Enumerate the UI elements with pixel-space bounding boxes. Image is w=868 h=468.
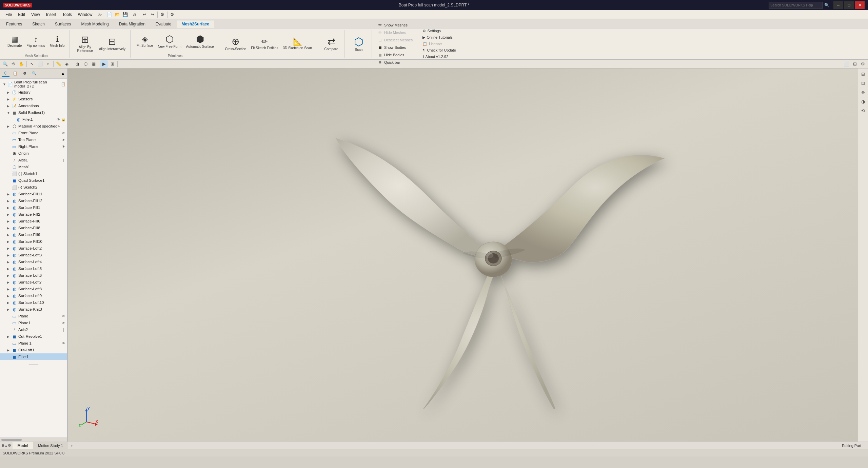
rebuild-btn[interactable]: ⚙ — [159, 11, 166, 18]
compare-button[interactable]: ⇄ Compare — [321, 36, 341, 52]
plane1-2-eye[interactable]: 👁 — [61, 341, 66, 346]
redo-btn[interactable]: ↪ — [149, 11, 156, 18]
tb-select[interactable]: ↖ — [28, 60, 36, 68]
search-icon[interactable]: 🔍 — [824, 3, 829, 7]
tb-box-select[interactable]: ⬜ — [36, 60, 44, 68]
tab-data-migration[interactable]: Data Migration — [114, 20, 150, 28]
ft-surface-fill9[interactable]: ▶ ◐ Surface-Fill9 — [0, 231, 67, 238]
tb-expand[interactable]: ⬜ — [843, 60, 850, 68]
print-btn[interactable]: 🖨 — [131, 11, 139, 18]
tab-icon-btn[interactable]: ⊕ — [1, 443, 4, 448]
tb-hidden[interactable]: ▦ — [90, 60, 97, 68]
ft-surface-loft9[interactable]: ▶ ◐ Surface-Loft9 — [0, 292, 67, 299]
ft-axis1[interactable]: / Axis1 | — [0, 157, 67, 163]
tab-features[interactable]: Features — [1, 20, 27, 28]
fillet1-eye-icon[interactable]: 👁 — [56, 117, 61, 122]
tb-shaded[interactable]: ◑ — [74, 60, 81, 68]
tb-pan[interactable]: ✋ — [18, 60, 25, 68]
quick-bar-button[interactable]: ≡ Quick bar — [376, 59, 414, 66]
ft-tab-config[interactable]: ⚙ — [21, 71, 28, 76]
online-tutorials-button[interactable]: ▶ Online Tutorials — [421, 35, 457, 40]
ft-surface-fill11[interactable]: ▶ ◐ Surface-Fill11 — [0, 191, 67, 197]
viewport[interactable]: Y X Z ⊞ ⊡ ⊕ ◑ ⟲ — [68, 69, 868, 442]
ft-material[interactable]: ▶ ⬡ Material <not specified> — [0, 123, 67, 130]
save-btn[interactable]: 💾 — [121, 11, 129, 18]
ft-surface-fill6[interactable]: ▶ ◐ Surface-Fill6 — [0, 218, 67, 225]
maximize-button[interactable]: □ — [844, 1, 854, 9]
ft-annotations[interactable]: ▶ 📝 Annotations — [0, 102, 67, 109]
ft-front-plane[interactable]: ▭ Front Plane 👁 — [0, 130, 67, 136]
tab-icon-list[interactable]: ≡ — [5, 444, 7, 448]
front-plane-eye[interactable]: 👁 — [61, 131, 66, 135]
ft-fillet1-nested[interactable]: ◐ Fillet1 👁 🔒 — [0, 116, 67, 123]
fit-surface-button[interactable]: ◈ Fit Surface — [135, 34, 155, 49]
tb-3d-view[interactable]: ⊞ — [108, 60, 116, 68]
ft-surface-loft10[interactable]: ▶ ◐ Surface-Loft10 — [0, 299, 67, 306]
ft-surface-loft5[interactable]: ▶ ◐ Surface-Loft5 — [0, 265, 67, 272]
menu-insert[interactable]: Insert — [43, 12, 59, 18]
settings-button[interactable]: ⚙ Settings — [421, 28, 457, 34]
tb-measure[interactable]: 📏 — [55, 60, 62, 68]
show-meshes-button[interactable]: 👁 Show Meshes — [376, 22, 414, 28]
tb-rotate[interactable]: ⟲ — [9, 60, 17, 68]
ft-axis2[interactable]: / Axis2 | — [0, 326, 67, 333]
new-free-form-button[interactable]: ⬡ New Free Form — [156, 33, 183, 50]
ft-cut-loft1[interactable]: ▶ ◼ Cut-Loft1 — [0, 347, 67, 353]
tab-surfaces[interactable]: Surfaces — [50, 20, 76, 28]
ft-plane1[interactable]: ▭ Plane1 👁 — [0, 319, 67, 326]
menu-edit[interactable]: Edit — [15, 12, 28, 18]
deselect-meshes-button[interactable]: ◻ Deselect Meshes — [376, 37, 414, 43]
menu-tools[interactable]: Tools — [60, 12, 75, 18]
ft-tab-model[interactable]: ⬡ — [2, 70, 9, 77]
cross-section-button[interactable]: ⊕ Cross-Section — [223, 36, 249, 52]
tab-mesh-modeling[interactable]: Mesh Modeling — [76, 20, 113, 28]
ft-plane[interactable]: ▭ Plane 👁 — [0, 313, 67, 319]
tab-model[interactable]: Model — [13, 442, 33, 449]
ft-surface-fill12[interactable]: ▶ ◐ Surface-Fill12 — [0, 197, 67, 204]
rp-view-orient[interactable]: ⊞ — [859, 70, 867, 78]
ft-origin[interactable]: ⊕ Origin — [0, 150, 67, 157]
fit-sketch-button[interactable]: ✏ Fit Sketch Entities — [249, 37, 280, 51]
ft-solid-bodies[interactable]: ▼ ◼ Solid Bodies(1) — [0, 109, 67, 116]
ft-mesh1[interactable]: ⬡ Mesh1 — [0, 163, 67, 170]
license-button[interactable]: 📋 License — [421, 41, 457, 47]
automatic-surface-button[interactable]: ⬢ Automatic Surface — [184, 33, 216, 50]
tb-lasso[interactable]: ○ — [44, 60, 52, 68]
tab-evaluate[interactable]: Evaluate — [151, 20, 176, 28]
ft-history[interactable]: ▶ 🕐 History — [0, 89, 67, 96]
ft-surface-fill8[interactable]: ▶ ◐ Surface-Fill8 — [0, 225, 67, 231]
options-btn[interactable]: ⚙ — [169, 11, 176, 18]
new-btn[interactable]: 📄 — [106, 11, 113, 18]
ft-tab-search[interactable]: 🔍 — [30, 71, 39, 76]
3d-sketch-button[interactable]: 📐 3D Sketch on Scan — [281, 37, 314, 51]
rp-zoom-fit[interactable]: ⊡ — [859, 79, 867, 87]
minimize-button[interactable]: ─ — [833, 1, 843, 9]
tb-section[interactable]: ◈ — [63, 60, 71, 68]
search-input[interactable] — [769, 2, 823, 8]
align-reference-button[interactable]: ⊞ Align By Reference — [74, 34, 96, 54]
check-update-button[interactable]: ↻ Check for Update — [421, 47, 457, 53]
ft-sketch1[interactable]: ⬜ (-) Sketch1 — [0, 170, 67, 177]
close-button[interactable]: ✕ — [855, 1, 865, 9]
about-button[interactable]: ℹ About v1.2.92 — [421, 54, 457, 60]
flip-normals-button[interactable]: ↕ Flip normals — [24, 34, 47, 49]
ft-surface-fill1[interactable]: ▶ ◐ Surface-Fill1 — [0, 204, 67, 211]
ft-expand-arrow[interactable]: ▲ — [61, 71, 65, 76]
ft-top-plane[interactable]: ▭ Top Plane 👁 — [0, 136, 67, 143]
ft-surface-loft2[interactable]: ▶ ◐ Surface-Loft2 — [0, 245, 67, 252]
ft-surface-knit3[interactable]: ▶ ◐ Surface-Knit3 — [0, 306, 67, 313]
ft-tab-properties[interactable]: 📋 — [11, 71, 20, 76]
ft-root[interactable]: ▼ 📄 Boat Prop full scan model_2 (D 📋 — [0, 79, 67, 89]
axis1-eye[interactable]: | — [61, 158, 66, 162]
hide-bodies-button[interactable]: ◼ Hide Bodies — [376, 52, 414, 58]
plane1-eye[interactable]: 👁 — [61, 320, 66, 325]
menu-file[interactable]: File — [3, 12, 15, 18]
add-tab-button[interactable]: + — [68, 444, 76, 448]
ft-surface-loft6[interactable]: ▶ ◐ Surface-Loft6 — [0, 272, 67, 279]
tree-scrollbar[interactable] — [0, 437, 67, 442]
open-btn[interactable]: 📂 — [114, 11, 121, 18]
fillet1-lock-icon[interactable]: 🔒 — [61, 117, 66, 122]
ft-surface-loft8[interactable]: ▶ ◐ Surface-Loft8 — [0, 286, 67, 292]
rp-display[interactable]: ◑ — [859, 97, 867, 105]
decimate-button[interactable]: ▦ Decimate — [5, 34, 24, 49]
